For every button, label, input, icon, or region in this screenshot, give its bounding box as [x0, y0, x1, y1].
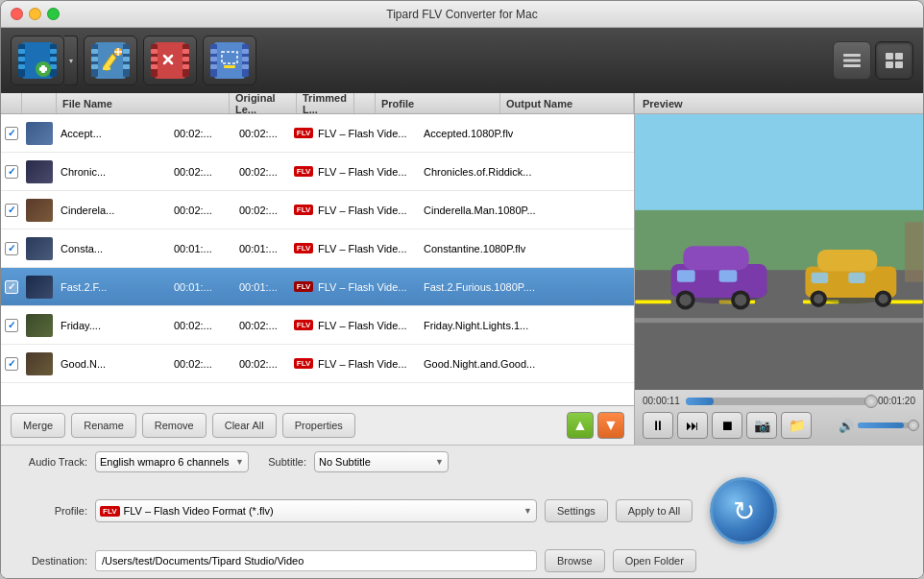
convert-button[interactable]: ↻	[710, 477, 777, 544]
table-body: Accept... 00:02:... 00:02:... FLV FLV – …	[1, 114, 634, 405]
profile-value: FLV – Flash Video Format (*.flv)	[124, 505, 274, 517]
svg-point-65	[679, 294, 691, 305]
minimize-button[interactable]	[29, 8, 41, 20]
svg-rect-35	[210, 49, 217, 54]
options-bar: Audio Track: English wmapro 6 channels ▼…	[1, 445, 923, 578]
pause-button[interactable]: ⏸	[643, 412, 673, 439]
folder-button[interactable]: 📁	[781, 412, 812, 439]
audio-subtitle-row: Audio Track: English wmapro 6 channels ▼…	[11, 451, 913, 472]
table-row[interactable]: Fast.2.F... 00:01:... 00:01:... FLV FLV …	[1, 268, 634, 306]
add-video-button[interactable]	[11, 36, 64, 85]
table-row[interactable]: Consta... 00:01:... 00:01:... FLV FLV – …	[1, 229, 634, 268]
table-row[interactable]: Good.N... 00:02:... 00:02:... FLV FLV – …	[1, 345, 634, 383]
table-row[interactable]: Accept... 00:02:... 00:02:... FLV FLV – …	[1, 114, 634, 153]
row-checkbox[interactable]	[1, 229, 22, 267]
merge-button[interactable]: Merge	[11, 413, 65, 438]
row-checkbox[interactable]	[1, 306, 22, 344]
open-folder-button[interactable]: Open Folder	[613, 549, 696, 572]
row-output: Fast.2.Furious.1080P....	[420, 268, 634, 305]
file-list-panel: File Name Original Le... Trimmed L... Pr…	[1, 93, 635, 445]
row-checkbox[interactable]	[1, 268, 22, 305]
close-button[interactable]	[11, 8, 23, 20]
audio-track-select[interactable]: English wmapro 6 channels ▼	[95, 451, 249, 472]
profile-label: Profile:	[11, 505, 87, 517]
table-row[interactable]: Friday.... 00:02:... 00:02:... FLV FLV –…	[1, 306, 634, 345]
progress-fill	[686, 398, 714, 405]
trim-button[interactable]	[143, 36, 197, 85]
stop-button[interactable]: ⏹	[712, 412, 742, 439]
subtitle-select[interactable]: No Subtitle ▼	[314, 451, 449, 472]
apply-to-all-button[interactable]: Apply to All	[616, 499, 693, 522]
row-filename: Consta...	[57, 229, 170, 267]
row-profile-icon: FLV	[293, 268, 314, 305]
title-bar: Tipard FLV Converter for Mac	[1, 1, 923, 28]
svg-rect-54	[635, 318, 923, 323]
browse-button[interactable]: Browse	[545, 549, 605, 572]
svg-rect-31	[182, 64, 189, 69]
clear-all-button[interactable]: Clear All	[212, 413, 277, 438]
th-profile: Profile	[376, 93, 500, 113]
svg-rect-29	[182, 49, 189, 54]
fast-forward-button[interactable]: ⏭	[677, 412, 708, 439]
svg-rect-46	[886, 53, 893, 60]
svg-rect-71	[812, 273, 828, 283]
row-checkbox[interactable]	[1, 191, 22, 229]
row-original: 00:02:...	[170, 153, 235, 190]
progress-track[interactable]	[686, 398, 872, 405]
rename-button[interactable]: Rename	[71, 413, 136, 438]
svg-rect-17	[91, 64, 98, 69]
move-up-button[interactable]: ▲	[567, 412, 594, 439]
playback-controls: ⏸ ⏭ ⏹ 📷 📁 🔊	[643, 412, 915, 439]
svg-rect-72	[848, 273, 864, 283]
svg-rect-27	[151, 57, 158, 61]
svg-rect-15	[91, 49, 98, 54]
th-output: Output Name	[500, 93, 634, 113]
main-content: File Name Original Le... Trimmed L... Pr…	[1, 93, 923, 445]
crop-button[interactable]	[203, 36, 256, 85]
subtitle-select-arrow: ▼	[435, 457, 444, 467]
progress-bar-container: 00:00:11 00:01:20	[643, 396, 915, 406]
row-checkbox[interactable]	[1, 114, 22, 152]
table-row[interactable]: Cinderela... 00:02:... 00:02:... FLV FLV…	[1, 191, 634, 229]
svg-point-67	[735, 294, 746, 305]
volume-track[interactable]	[858, 422, 915, 428]
destination-path[interactable]: /Users/test/Documents/Tipard Studio/Vide…	[95, 550, 537, 571]
move-down-button[interactable]: ▼	[597, 412, 624, 439]
row-original: 00:02:...	[170, 306, 235, 344]
row-profile-icon: FLV	[293, 229, 314, 267]
svg-point-74	[814, 294, 823, 303]
svg-rect-18	[123, 49, 130, 54]
table-row[interactable]: Chronic... 00:02:... 00:02:... FLV FLV –…	[1, 153, 634, 191]
row-thumbnail	[22, 306, 57, 344]
row-checkbox[interactable]	[1, 345, 22, 382]
main-window: Tipard FLV Converter for Mac	[0, 0, 924, 579]
current-time: 00:00:11	[643, 396, 680, 406]
snapshot-button[interactable]: 📷	[746, 412, 777, 439]
row-checkbox[interactable]	[1, 153, 22, 190]
window-controls	[11, 8, 60, 20]
edit-icon	[89, 39, 132, 82]
svg-rect-4	[18, 57, 25, 61]
add-video-group: ▾	[11, 36, 78, 85]
svg-rect-63	[719, 270, 738, 281]
list-view-button[interactable]	[833, 41, 871, 80]
add-video-icon	[16, 39, 59, 82]
video-frame	[635, 114, 923, 390]
settings-button[interactable]: Settings	[545, 499, 608, 522]
add-video-dropdown[interactable]: ▾	[64, 36, 78, 85]
row-filename: Fast.2.F...	[57, 268, 170, 305]
row-trimmed: 00:02:...	[235, 345, 293, 382]
row-trimmed: 00:01:...	[235, 229, 293, 267]
maximize-button[interactable]	[47, 8, 60, 20]
detail-view-button[interactable]	[875, 41, 913, 80]
row-thumbnail	[22, 191, 57, 229]
edit-button[interactable]	[84, 36, 137, 85]
row-filename: Accept...	[57, 114, 170, 152]
row-original: 00:02:...	[170, 191, 235, 229]
remove-button[interactable]: Remove	[142, 413, 207, 438]
row-thumbnail	[22, 229, 57, 267]
properties-button[interactable]: Properties	[282, 413, 355, 438]
svg-rect-45	[843, 64, 861, 67]
profile-select[interactable]: FLV FLV – Flash Video Format (*.flv) ▼	[95, 499, 537, 522]
row-thumbnail	[22, 153, 57, 190]
